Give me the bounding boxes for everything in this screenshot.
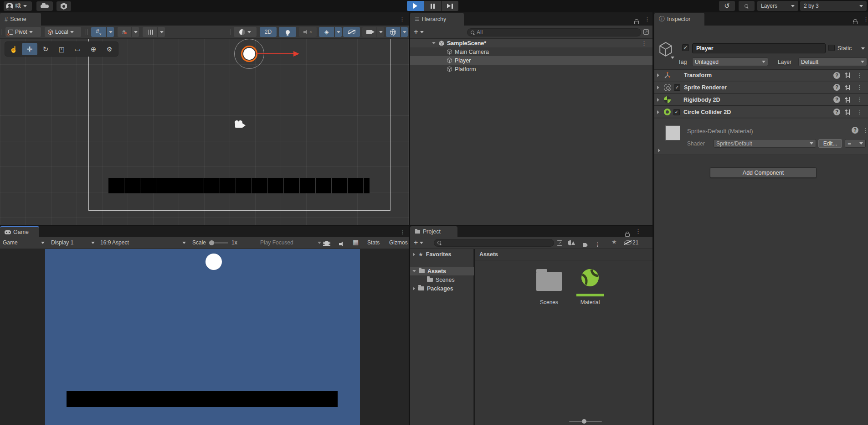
help-icon[interactable]: ? bbox=[833, 109, 840, 115]
tab-hierarchy[interactable]: ☰ Hierarchy bbox=[410, 13, 464, 26]
scene-viewport[interactable]: ☝ ✛ ↻ ◳ ▭ ⊕ ⚙ bbox=[0, 39, 409, 225]
rotate-tool-button[interactable]: ↻ bbox=[38, 43, 53, 55]
game-panel-menu[interactable]: ⋮ bbox=[400, 228, 406, 235]
project-lock-icon[interactable] bbox=[625, 233, 630, 237]
scene-audio-button[interactable]: × bbox=[299, 27, 317, 37]
asset-material[interactable]: Material bbox=[574, 267, 606, 311]
move-gizmo-x-axis[interactable] bbox=[256, 53, 293, 54]
effects-arrow[interactable] bbox=[335, 27, 342, 37]
component-circle-collider-2d[interactable]: ✓ Circle Collider 2D ? ⋮ bbox=[654, 106, 868, 118]
step-button[interactable] bbox=[442, 1, 458, 11]
global-search-button[interactable] bbox=[739, 1, 755, 11]
inspector-panel-menu[interactable]: ⋮ bbox=[863, 16, 868, 22]
snap-increment-arrow[interactable] bbox=[158, 27, 165, 37]
pivot-dropdown[interactable]: Pivot bbox=[5, 27, 41, 37]
shader-dropdown[interactable]: Sprites/Default bbox=[714, 139, 816, 148]
material-swatch[interactable] bbox=[665, 125, 680, 140]
play-focused-dropdown[interactable]: Play Focused bbox=[260, 239, 321, 246]
vsync-button[interactable]: ▦ bbox=[353, 238, 359, 246]
transform-tool-button[interactable]: ⊕ bbox=[86, 43, 101, 55]
scene-panel-menu[interactable]: ⋮ bbox=[399, 16, 405, 22]
component-menu[interactable]: ⋮ bbox=[857, 84, 863, 91]
scene-lighting-button[interactable] bbox=[279, 27, 296, 37]
presets-icon[interactable] bbox=[845, 97, 851, 103]
component-menu[interactable]: ⋮ bbox=[857, 96, 863, 103]
game-mode-dropdown[interactable]: Game bbox=[3, 239, 45, 246]
snap-increment-button[interactable] bbox=[143, 27, 157, 37]
tree-item-scenes[interactable]: Scenes bbox=[410, 275, 474, 284]
grid-snap-button[interactable]: # bbox=[118, 27, 131, 37]
tag-dropdown[interactable]: Untagged bbox=[692, 57, 768, 66]
component-transform[interactable]: Transform ? ⋮ bbox=[654, 69, 868, 81]
scene-gizmo-button[interactable] bbox=[386, 27, 400, 37]
grid-snap-arrow[interactable] bbox=[132, 27, 139, 37]
aspect-dropdown[interactable]: 16:9 Aspect bbox=[100, 239, 186, 246]
pause-button[interactable] bbox=[424, 1, 441, 11]
hierarchy-add-button[interactable]: + bbox=[414, 27, 424, 36]
slider-knob[interactable] bbox=[582, 419, 586, 424]
hierarchy-item-main-camera[interactable]: Main Camera bbox=[410, 47, 652, 56]
fold-arrow-icon[interactable] bbox=[413, 287, 415, 290]
fold-arrow-icon[interactable] bbox=[657, 98, 659, 102]
camera-gizmo-icon[interactable] bbox=[233, 120, 247, 129]
help-icon[interactable]: ? bbox=[833, 96, 840, 103]
scale-slider[interactable] bbox=[209, 242, 228, 244]
scale-slider-knob[interactable] bbox=[209, 240, 214, 245]
fold-arrow-icon[interactable] bbox=[412, 270, 416, 272]
filter-by-type-button[interactable] bbox=[568, 240, 575, 245]
component-menu[interactable]: ⋮ bbox=[857, 109, 863, 115]
search-expand-icon[interactable]: ↗ bbox=[557, 240, 562, 246]
hierarchy-item-player[interactable]: Player bbox=[410, 56, 652, 65]
fold-arrow-icon[interactable] bbox=[657, 73, 659, 77]
unity-hub-button[interactable] bbox=[56, 1, 71, 11]
local-dropdown[interactable]: Local bbox=[45, 27, 81, 37]
add-component-button[interactable]: Add Component bbox=[710, 167, 817, 178]
tab-scene[interactable]: # Scene bbox=[0, 13, 41, 26]
scene-gizmo-arrow[interactable] bbox=[401, 27, 408, 37]
player-sprite[interactable] bbox=[243, 48, 255, 60]
asset-scenes-folder[interactable]: Scenes bbox=[533, 267, 565, 311]
hierarchy-expand-icon[interactable]: ↗ bbox=[643, 29, 649, 35]
tab-project[interactable]: Project bbox=[410, 226, 457, 237]
grid-visibility-arrow[interactable] bbox=[107, 27, 114, 37]
mute-audio-button[interactable] bbox=[339, 240, 345, 249]
presets-icon[interactable] bbox=[845, 109, 851, 115]
material-list-button[interactable]: ☰ bbox=[845, 139, 866, 148]
fold-arrow-icon[interactable] bbox=[657, 110, 659, 114]
undo-history-button[interactable]: ↺ bbox=[719, 1, 735, 11]
account-button[interactable]: 哦 bbox=[4, 1, 32, 11]
object-name-field[interactable]: Player bbox=[692, 43, 826, 53]
hidden-objects-button[interactable] bbox=[343, 27, 360, 37]
component-enabled-checkbox[interactable]: ✓ bbox=[674, 84, 680, 91]
display-dropdown[interactable]: Display 1 bbox=[51, 239, 95, 246]
custom-tools-button[interactable]: ⚙ bbox=[102, 43, 117, 55]
stats-button[interactable]: Stats bbox=[367, 239, 380, 246]
toolbar-grip[interactable] bbox=[86, 29, 88, 35]
cloud-services-button[interactable] bbox=[36, 1, 53, 11]
toolbar-grip[interactable] bbox=[229, 29, 231, 35]
2d-toggle-button[interactable]: 2D bbox=[260, 27, 277, 37]
fold-arrow-icon[interactable] bbox=[413, 253, 415, 256]
material-foldout-arrow[interactable] bbox=[658, 149, 660, 152]
play-button[interactable] bbox=[407, 1, 424, 11]
active-checkbox[interactable]: ✓ bbox=[682, 44, 689, 51]
fold-arrow-icon[interactable] bbox=[432, 42, 436, 44]
inspector-lock-icon[interactable] bbox=[853, 21, 858, 24]
component-enabled-checkbox[interactable]: ✓ bbox=[673, 109, 680, 115]
help-icon[interactable]: ? bbox=[833, 72, 840, 79]
fold-arrow-icon[interactable] bbox=[657, 86, 659, 89]
layers-dropdown[interactable]: Layers bbox=[757, 1, 798, 11]
debug-button[interactable] bbox=[324, 240, 329, 248]
hierarchy-item-platform[interactable]: Platform bbox=[410, 65, 652, 73]
platform-sprite[interactable] bbox=[108, 178, 370, 193]
scene-row-menu[interactable]: ⋮ bbox=[641, 40, 647, 47]
shading-mode-dropdown[interactable] bbox=[234, 27, 257, 37]
gameobject-icon-arrow[interactable] bbox=[671, 57, 674, 59]
hidden-packages-count[interactable]: 21 bbox=[624, 239, 638, 246]
tab-inspector[interactable]: ⓘ Inspector bbox=[654, 13, 704, 26]
hierarchy-lock-icon[interactable] bbox=[634, 21, 639, 24]
gizmos-dropdown[interactable]: Gizmos bbox=[389, 239, 409, 246]
layout-dropdown[interactable]: 2 by 3 bbox=[800, 1, 867, 11]
toolbar-grip[interactable] bbox=[1, 29, 3, 35]
camera-settings-button[interactable] bbox=[362, 27, 376, 37]
